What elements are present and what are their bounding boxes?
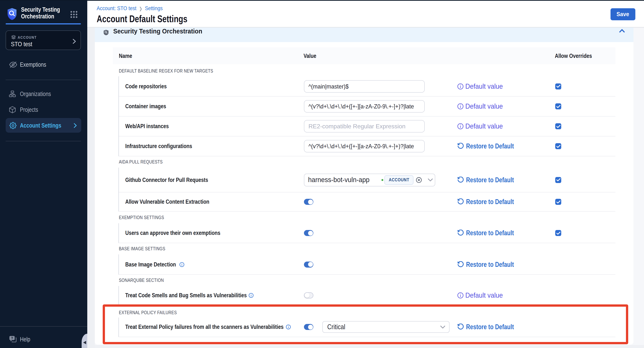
svg-text:?: ?: [11, 336, 13, 340]
